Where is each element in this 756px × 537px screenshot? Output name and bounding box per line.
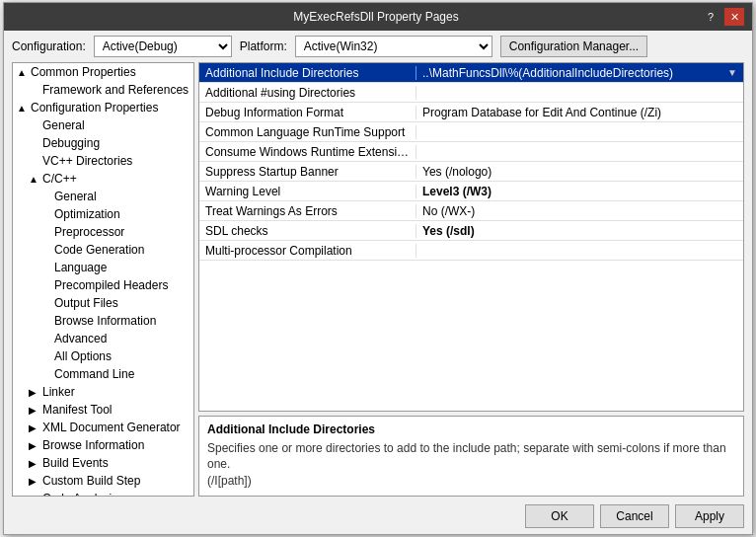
tree-item-linker[interactable]: ▶Linker: [13, 383, 193, 401]
platform-select[interactable]: Active(Win32): [295, 36, 492, 57]
property-value: Yes (/nologo): [416, 165, 743, 179]
tree-item-cpp-alloptions[interactable]: All Options: [13, 347, 193, 365]
tree-item-cpp-optimization[interactable]: Optimization: [13, 205, 193, 223]
right-panel: Additional Include Directories..\MathFun…: [198, 62, 744, 497]
property-row[interactable]: Consume Windows Runtime Extension: [199, 142, 743, 162]
property-name: Treat Warnings As Errors: [199, 204, 416, 218]
tree-arrow-icon: ▶: [29, 494, 40, 498]
property-pages-dialog: MyExecRefsDll Property Pages ? ✕ Configu…: [3, 2, 753, 535]
tree-item-cpp-precompiled[interactable]: Precompiled Headers: [13, 276, 193, 294]
tree-item-cpp-preprocessor[interactable]: Preprocessor: [13, 223, 193, 241]
tree-item-label: Browse Information: [42, 438, 144, 452]
tree-item-cpp-codegen[interactable]: Code Generation: [13, 241, 193, 259]
tree-item-cpp-general[interactable]: General: [13, 188, 193, 205]
dropdown-arrow-icon[interactable]: ▼: [727, 67, 737, 78]
platform-label: Platform:: [240, 39, 287, 53]
tree-arrow-icon: ▲: [29, 174, 40, 185]
tree-item-config-props[interactable]: ▲Configuration Properties: [13, 99, 193, 116]
tree-item-label: Advanced: [54, 332, 107, 345]
property-row[interactable]: SDL checksYes (/sdl): [199, 221, 743, 241]
property-name: Common Language RunTime Support: [199, 125, 416, 139]
property-name: SDL checks: [199, 224, 416, 238]
tree-arrow-icon: ▶: [29, 422, 40, 433]
tree-item-label: Precompiled Headers: [54, 278, 168, 292]
help-button[interactable]: ?: [701, 8, 720, 26]
tree-item-debugging[interactable]: Debugging: [13, 134, 193, 152]
property-value: No (/WX-): [416, 204, 743, 218]
tree-arrow-icon: ▶: [29, 387, 40, 398]
tree-item-vc-dirs[interactable]: VC++ Directories: [13, 152, 193, 170]
bottom-bar: OK Cancel Apply: [4, 500, 752, 534]
tree-item-browse-info[interactable]: ▶Browse Information: [13, 436, 193, 454]
tree-item-label: General: [54, 190, 97, 203]
tree-item-manifest-tool[interactable]: ▶Manifest Tool: [13, 401, 193, 419]
property-name: Debug Information Format: [199, 106, 416, 119]
tree-item-label: Linker: [42, 385, 75, 399]
tree-item-label: Browse Information: [54, 314, 156, 328]
property-name: Suppress Startup Banner: [199, 165, 416, 179]
tree-item-label: All Options: [54, 349, 112, 363]
tree-arrow-icon: ▶: [29, 405, 40, 416]
tree-item-common-props[interactable]: ▲Common Properties: [13, 63, 193, 81]
property-row[interactable]: Common Language RunTime Support: [199, 122, 743, 142]
tree-item-label: Code Generation: [54, 243, 144, 257]
tree-item-custom-build[interactable]: ▶Custom Build Step: [13, 472, 193, 490]
tree-item-cpp[interactable]: ▲C/C++: [13, 170, 193, 188]
tree-item-cpp-language[interactable]: Language: [13, 259, 193, 276]
tree-item-cpp-output[interactable]: Output Files: [13, 294, 193, 312]
property-row[interactable]: Warning LevelLevel3 (/W3): [199, 182, 743, 201]
tree-arrow-icon: ▶: [29, 440, 40, 451]
tree-arrow-icon: ▶: [29, 476, 40, 487]
tree-arrow-icon: ▶: [29, 458, 40, 469]
property-value: Level3 (/W3): [416, 185, 743, 198]
tree-item-code-analysis[interactable]: ▶Code Analysis: [13, 490, 193, 497]
tree-item-label: Command Line: [54, 367, 134, 381]
property-name: Multi-processor Compilation: [199, 244, 416, 258]
tree-item-label: Build Events: [42, 456, 109, 470]
property-row[interactable]: Treat Warnings As ErrorsNo (/WX-): [199, 201, 743, 221]
property-row[interactable]: Suppress Startup BannerYes (/nologo): [199, 162, 743, 182]
main-content: ▲Common PropertiesFramework and Referenc…: [4, 62, 752, 500]
tree-item-xml-docgen[interactable]: ▶XML Document Generator: [13, 419, 193, 436]
info-title: Additional Include Directories: [207, 422, 735, 436]
config-manager-button[interactable]: Configuration Manager...: [500, 36, 647, 57]
tree-item-label: Output Files: [54, 296, 118, 310]
property-row[interactable]: Multi-processor Compilation: [199, 241, 743, 261]
tree-item-cpp-advanced[interactable]: Advanced: [13, 330, 193, 347]
tree-item-label: VC++ Directories: [42, 154, 132, 168]
tree-item-label: Language: [54, 261, 107, 274]
cancel-button[interactable]: Cancel: [600, 504, 669, 528]
property-name: Warning Level: [199, 185, 416, 198]
tree-item-label: Common Properties: [31, 65, 136, 79]
config-label: Configuration:: [12, 39, 86, 53]
apply-button[interactable]: Apply: [675, 504, 744, 528]
property-row[interactable]: Additional Include Directories..\MathFun…: [199, 63, 743, 83]
tree-item-label: Configuration Properties: [31, 101, 158, 115]
tree-item-cpp-browse[interactable]: Browse Information: [13, 312, 193, 330]
close-button[interactable]: ✕: [724, 8, 744, 26]
info-panel: Additional Include Directories Specifies…: [198, 416, 744, 497]
tree-item-label: C/C++: [42, 172, 77, 186]
tree-item-label: Custom Build Step: [42, 474, 140, 488]
config-select[interactable]: Active(Debug): [94, 36, 232, 57]
tree-item-build-events[interactable]: ▶Build Events: [13, 454, 193, 472]
tree-item-label: Preprocessor: [54, 225, 124, 239]
tree-item-label: Framework and References: [42, 83, 189, 97]
property-value: ..\MathFuncsDll\%(AdditionalIncludeDirec…: [416, 66, 743, 80]
tree-item-label: Code Analysis: [42, 492, 117, 497]
property-value: Program Database for Edit And Continue (…: [416, 106, 743, 119]
tree-item-cpp-cmdline[interactable]: Command Line: [13, 365, 193, 383]
tree-item-general[interactable]: General: [13, 116, 193, 134]
tree-item-framework-refs[interactable]: Framework and References: [13, 81, 193, 99]
property-row[interactable]: Debug Information FormatProgram Database…: [199, 103, 743, 122]
tree-item-label: Optimization: [54, 207, 120, 221]
property-row[interactable]: Additional #using Directories: [199, 83, 743, 103]
ok-button[interactable]: OK: [525, 504, 594, 528]
properties-table: Additional Include Directories..\MathFun…: [198, 62, 744, 412]
property-value: Yes (/sdl): [416, 224, 743, 238]
property-name: Additional Include Directories: [199, 66, 416, 80]
tree-item-label: XML Document Generator: [42, 421, 181, 434]
tree-item-label: General: [42, 118, 85, 132]
tree-arrow-icon: ▲: [17, 103, 29, 114]
property-name: Additional #using Directories: [199, 86, 416, 100]
